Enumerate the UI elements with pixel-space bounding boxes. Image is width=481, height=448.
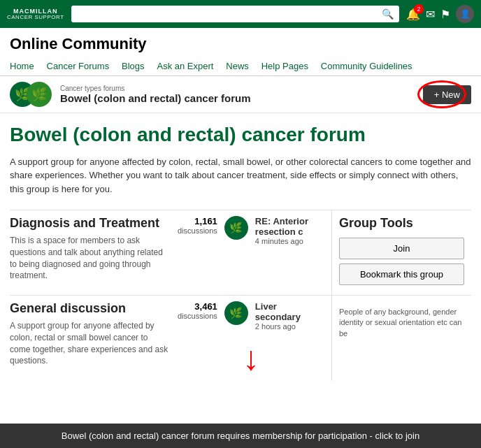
discussion-title-1[interactable]: RE: Anterior resection c bbox=[255, 216, 324, 237]
notification-icon[interactable]: 🔔 2 bbox=[406, 8, 420, 21]
site-header: MACMILLAN CANCER SUPPORT 🔍 🔔 2 ✉ ⚑ 👤 bbox=[0, 0, 481, 28]
discussion-time-2: 2 hours ago bbox=[255, 322, 324, 331]
header-icons: 🔔 2 ✉ ⚑ 👤 bbox=[406, 5, 474, 23]
nav-cancer-forums[interactable]: Cancer Forums bbox=[47, 61, 110, 71]
discussion-avatar-2: 🌿 bbox=[224, 301, 248, 325]
discussion-meta-1: RE: Anterior resection c 4 minutes ago bbox=[255, 216, 324, 245]
forum-header-title: Bowel (colon and rectal) cancer forum bbox=[60, 92, 251, 104]
message-icon[interactable]: ✉ bbox=[426, 8, 435, 21]
breadcrumb-small: Cancer types forums bbox=[60, 85, 251, 92]
section-diagnosis-title: Diagnosis and Treatment bbox=[10, 216, 171, 231]
search-icon: 🔍 bbox=[382, 8, 394, 20]
discussion-title-2[interactable]: Liver secondary bbox=[255, 301, 324, 322]
new-button[interactable]: + New bbox=[423, 85, 471, 104]
discussions-col-1: 1,161 discussions 🌿 RE: Anterior resecti… bbox=[171, 210, 331, 295]
search-bar[interactable]: 🔍 bbox=[71, 6, 399, 22]
section-general-title: General discussion bbox=[10, 301, 171, 316]
nav-news[interactable]: News bbox=[226, 61, 249, 71]
discussions-col-2: 3,461 discussions 🌿 Liver secondary 2 ho… bbox=[171, 295, 331, 381]
nav-guidelines[interactable]: Community Guidelines bbox=[321, 61, 412, 71]
content-grid-row2: General discussion A support group for a… bbox=[10, 295, 471, 381]
main-nav: Home Cancer Forums Blogs Ask an Expert N… bbox=[0, 56, 481, 76]
discussion-item-1: 1,161 discussions 🌿 RE: Anterior resecti… bbox=[178, 216, 324, 245]
section-diagnosis-desc: This is a space for members to ask quest… bbox=[10, 235, 171, 282]
join-button[interactable]: Join bbox=[339, 238, 464, 259]
discussion-time-1: 4 minutes ago bbox=[255, 237, 324, 245]
forum-icon-group: 🌿 🌿 bbox=[10, 82, 52, 107]
community-title: Online Community bbox=[10, 35, 471, 53]
red-arrow-container: ↓ bbox=[178, 342, 324, 375]
forum-icon-leaf2: 🌿 bbox=[31, 87, 47, 102]
section-diagnosis: Diagnosis and Treatment This is a space … bbox=[10, 210, 171, 295]
content-grid-row1: Diagnosis and Treatment This is a space … bbox=[10, 210, 471, 295]
bookmark-button[interactable]: Bookmark this group bbox=[339, 263, 464, 285]
community-title-bar: Online Community bbox=[0, 28, 481, 56]
nav-home[interactable]: Home bbox=[10, 61, 34, 71]
discussion-avatar-1: 🌿 bbox=[224, 216, 248, 240]
forum-description: A support group for anyone affected by c… bbox=[10, 155, 471, 196]
flag-icon[interactable]: ⚑ bbox=[440, 8, 450, 21]
section-general-desc: A support group for anyone affected by c… bbox=[10, 320, 171, 367]
nav-blogs[interactable]: Blogs bbox=[122, 61, 145, 71]
forum-icon-2: 🌿 bbox=[27, 82, 52, 107]
group-tools: Group Tools Join Bookmark this group bbox=[331, 210, 471, 295]
forum-big-title: Bowel (colon and rectal) cancer forum bbox=[10, 123, 471, 147]
red-down-arrow: ↓ bbox=[243, 340, 259, 377]
section-general: General discussion A support group for a… bbox=[10, 295, 171, 381]
group-desc-col: People of any background, gender identit… bbox=[331, 295, 471, 381]
nav-ask-expert[interactable]: Ask an Expert bbox=[157, 61, 213, 71]
group-tools-title: Group Tools bbox=[339, 216, 464, 231]
discussion-count-2: 3,461 discussions bbox=[178, 301, 217, 320]
forum-header-bar: 🌿 🌿 Cancer types forums Bowel (colon and… bbox=[0, 76, 481, 113]
logo-bottom-text: CANCER SUPPORT bbox=[7, 15, 64, 20]
macmillan-logo[interactable]: MACMILLAN CANCER SUPPORT bbox=[7, 8, 64, 20]
notification-badge: 2 bbox=[414, 4, 424, 14]
breadcrumb-title-wrap: Cancer types forums Bowel (colon and rec… bbox=[60, 85, 251, 104]
group-tools-desc: People of any background, gender identit… bbox=[339, 307, 464, 339]
new-btn-wrap: + New bbox=[423, 85, 471, 104]
search-input[interactable] bbox=[77, 9, 378, 20]
main-content: Bowel (colon and rectal) cancer forum A … bbox=[0, 113, 481, 391]
discussion-count-1: 1,161 discussions bbox=[178, 216, 217, 235]
discussion-meta-2: Liver secondary 2 hours ago bbox=[255, 301, 324, 331]
forum-header-left: 🌿 🌿 Cancer types forums Bowel (colon and… bbox=[10, 82, 251, 107]
avatar[interactable]: 👤 bbox=[456, 5, 474, 23]
discussion-item-2: 3,461 discussions 🌿 Liver secondary 2 ho… bbox=[178, 301, 324, 331]
nav-help[interactable]: Help Pages bbox=[261, 61, 308, 71]
